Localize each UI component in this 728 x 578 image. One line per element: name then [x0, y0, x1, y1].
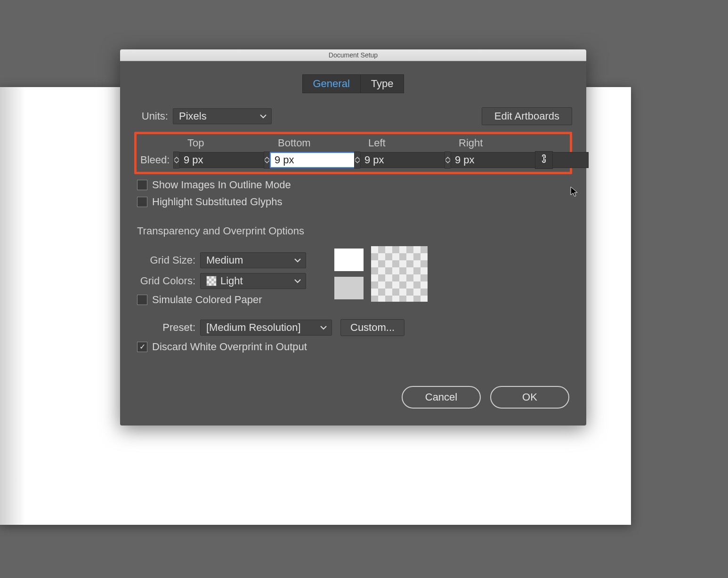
grid-colors-label: Grid Colors:	[134, 275, 195, 287]
grid-colors-value: Light	[220, 273, 243, 289]
checker-swatch-icon	[206, 276, 217, 286]
bleed-header-right: Right	[459, 137, 549, 149]
tab-bar: General Type	[134, 74, 572, 93]
transparency-swatches	[334, 249, 428, 299]
ok-button[interactable]: OK	[490, 386, 569, 409]
link-bleed-button[interactable]	[535, 151, 553, 169]
highlight-glyphs-label: Highlight Substituted Glyphs	[152, 196, 282, 208]
swatch-checker	[371, 246, 428, 302]
bleed-highlight: Top Bottom Left Right Bleed:	[134, 132, 572, 174]
grid-size-value: Medium	[206, 254, 243, 266]
checkbox-icon	[137, 197, 147, 207]
checkbox-icon	[137, 180, 147, 190]
checkbox-checked-icon	[137, 342, 147, 352]
bleed-right-input[interactable]	[451, 152, 589, 168]
preset-select[interactable]: [Medium Resolution]	[200, 320, 332, 336]
link-icon	[540, 153, 548, 167]
chevron-down-icon	[294, 258, 301, 263]
simulate-paper-checkbox-row[interactable]: Simulate Colored Paper	[137, 294, 306, 306]
tab-general[interactable]: General	[302, 74, 361, 93]
dialog-title: Document Setup	[120, 49, 586, 61]
tab-type[interactable]: Type	[361, 74, 404, 93]
bleed-header-bottom: Bottom	[278, 137, 368, 149]
show-images-outline-label: Show Images In Outline Mode	[152, 179, 291, 191]
bleed-top-stepper[interactable]	[173, 152, 179, 169]
edit-artboards-button[interactable]: Edit Artboards	[482, 107, 572, 125]
chevron-down-icon	[260, 114, 267, 119]
transparency-section-heading: Transparency and Overprint Options	[137, 225, 572, 237]
preset-value: [Medium Resolution]	[206, 321, 301, 333]
discard-white-label: Discard White Overprint in Output	[152, 341, 307, 353]
swatch-white[interactable]	[334, 249, 364, 271]
units-select[interactable]: Pixels	[173, 108, 272, 124]
discard-white-checkbox-row[interactable]: Discard White Overprint in Output	[137, 341, 572, 353]
bleed-header-left: Left	[368, 137, 459, 149]
grid-size-select[interactable]: Medium	[200, 252, 306, 268]
swatch-gray[interactable]	[334, 277, 364, 299]
chevron-down-icon	[320, 325, 327, 330]
preset-label: Preset:	[134, 321, 195, 334]
bleed-bottom-stepper[interactable]	[264, 152, 270, 169]
bleed-right-stepper[interactable]	[445, 152, 451, 169]
grid-colors-select[interactable]: Light	[200, 273, 306, 289]
highlight-glyphs-checkbox-row[interactable]: Highlight Substituted Glyphs	[137, 196, 572, 208]
units-select-value: Pixels	[179, 110, 207, 122]
custom-button[interactable]: Custom...	[340, 319, 404, 336]
bleed-header-top: Top	[187, 137, 278, 149]
units-label: Units:	[138, 110, 168, 122]
document-setup-dialog: Document Setup General Type Units: Pixel…	[120, 49, 586, 425]
bleed-label: Bleed:	[140, 154, 173, 166]
chevron-down-icon	[294, 279, 301, 283]
show-images-outline-checkbox-row[interactable]: Show Images In Outline Mode	[137, 179, 572, 191]
simulate-paper-label: Simulate Colored Paper	[152, 294, 262, 306]
bleed-left-stepper[interactable]	[354, 152, 360, 169]
grid-size-label: Grid Size:	[134, 254, 195, 266]
checkbox-icon	[137, 295, 147, 305]
cancel-button[interactable]: Cancel	[402, 386, 481, 409]
